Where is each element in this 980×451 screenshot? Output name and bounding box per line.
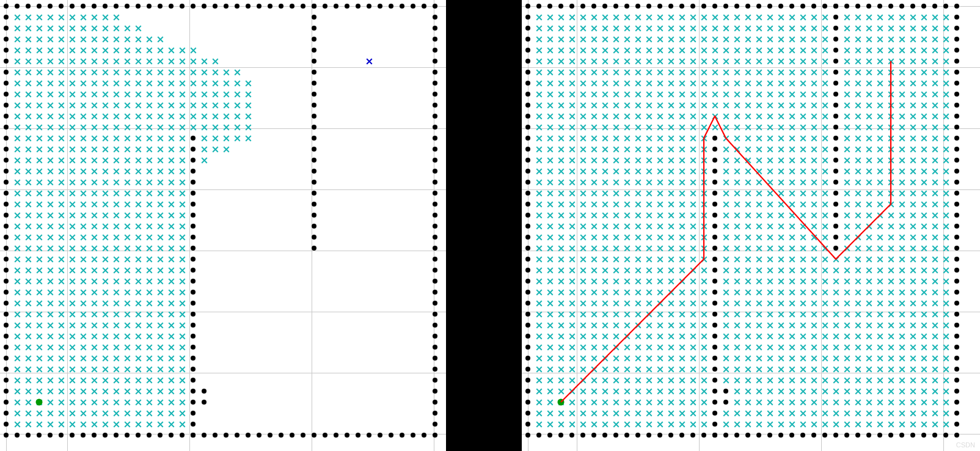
explored-cross: [157, 289, 164, 296]
explored-cross: [558, 355, 565, 362]
obstacle-dot: [312, 158, 316, 163]
explored-cross: [558, 91, 565, 98]
explored-cross: [168, 157, 175, 164]
explored-cross: [624, 278, 631, 285]
explored-cross: [234, 80, 241, 87]
explored-cross: [591, 267, 598, 274]
explored-cross: [157, 366, 164, 373]
obstacle-dot: [833, 169, 838, 174]
obstacle-dot: [954, 180, 959, 185]
explored-cross: [844, 234, 850, 241]
explored-cross: [547, 25, 554, 32]
explored-cross: [855, 289, 861, 296]
explored-cross: [569, 256, 576, 263]
explored-cross: [58, 190, 65, 197]
explored-cross: [800, 212, 806, 219]
goal-marker: [366, 58, 373, 65]
explored-cross: [910, 410, 916, 417]
explored-cross: [888, 421, 894, 428]
explored-cross: [679, 91, 686, 98]
explored-cross: [690, 47, 697, 54]
explored-cross: [179, 399, 186, 406]
explored-cross: [657, 344, 664, 351]
explored-cross: [602, 223, 609, 230]
explored-cross: [921, 47, 927, 54]
explored-cross: [135, 190, 142, 197]
explored-cross: [635, 168, 642, 175]
obstacle-dot: [712, 334, 717, 339]
explored-cross: [701, 344, 708, 351]
explored-cross: [932, 102, 938, 109]
explored-cross: [767, 344, 773, 351]
explored-cross: [80, 333, 87, 340]
explored-cross: [635, 47, 642, 54]
obstacle-dot: [954, 323, 959, 328]
explored-cross: [102, 344, 109, 351]
explored-cross: [635, 157, 642, 164]
explored-cross: [547, 157, 554, 164]
explored-cross: [58, 388, 65, 395]
explored-cross: [866, 124, 872, 131]
explored-cross: [690, 399, 697, 406]
explored-cross: [558, 344, 565, 351]
explored-cross: [855, 256, 861, 263]
explored-cross: [591, 278, 598, 285]
explored-cross: [789, 333, 795, 340]
explored-cross: [80, 355, 87, 362]
obstacle-dot: [312, 59, 316, 64]
explored-cross: [58, 322, 65, 329]
explored-cross: [223, 113, 230, 120]
explored-cross: [734, 410, 740, 417]
explored-cross: [113, 278, 120, 285]
explored-cross: [113, 223, 120, 230]
explored-cross: [569, 190, 576, 197]
explored-cross: [778, 25, 784, 32]
explored-cross: [899, 399, 905, 406]
obstacle-dot: [525, 92, 530, 97]
explored-cross: [102, 69, 109, 76]
explored-cross: [102, 300, 109, 307]
obstacle-dot: [525, 103, 530, 108]
explored-cross: [690, 157, 697, 164]
obstacle-dot: [433, 59, 437, 64]
explored-cross: [69, 377, 76, 384]
explored-cross: [657, 135, 664, 142]
obstacle-dot: [433, 356, 437, 361]
explored-cross: [558, 201, 565, 208]
obstacle-dot: [433, 389, 437, 394]
obstacle-dot: [4, 26, 9, 31]
explored-cross: [580, 344, 587, 351]
obstacle-dot: [525, 70, 530, 75]
explored-cross: [91, 278, 98, 285]
explored-cross: [536, 322, 543, 329]
explored-cross: [580, 190, 587, 197]
explored-cross: [657, 289, 664, 296]
explored-cross: [646, 300, 653, 307]
explored-cross: [866, 421, 872, 428]
explored-cross: [212, 102, 219, 109]
explored-cross: [822, 355, 828, 362]
explored-cross: [679, 289, 686, 296]
obstacle-dot: [312, 26, 316, 31]
explored-cross: [635, 80, 642, 87]
explored-cross: [712, 14, 719, 21]
explored-cross: [146, 124, 153, 131]
obstacle-dot: [833, 224, 838, 229]
explored-cross: [789, 399, 795, 406]
explored-cross: [668, 157, 675, 164]
explored-cross: [624, 344, 631, 351]
explored-cross: [146, 69, 153, 76]
explored-cross: [690, 146, 697, 153]
explored-cross: [124, 80, 131, 87]
explored-cross: [745, 201, 751, 208]
obstacle-dot: [169, 433, 174, 438]
explored-cross: [25, 234, 32, 241]
explored-cross: [668, 421, 675, 428]
explored-cross: [91, 256, 98, 263]
explored-cross: [789, 69, 795, 76]
explored-cross: [80, 179, 87, 186]
explored-cross: [712, 80, 719, 87]
explored-cross: [822, 25, 828, 32]
explored-cross: [778, 223, 784, 230]
explored-cross: [668, 113, 675, 120]
